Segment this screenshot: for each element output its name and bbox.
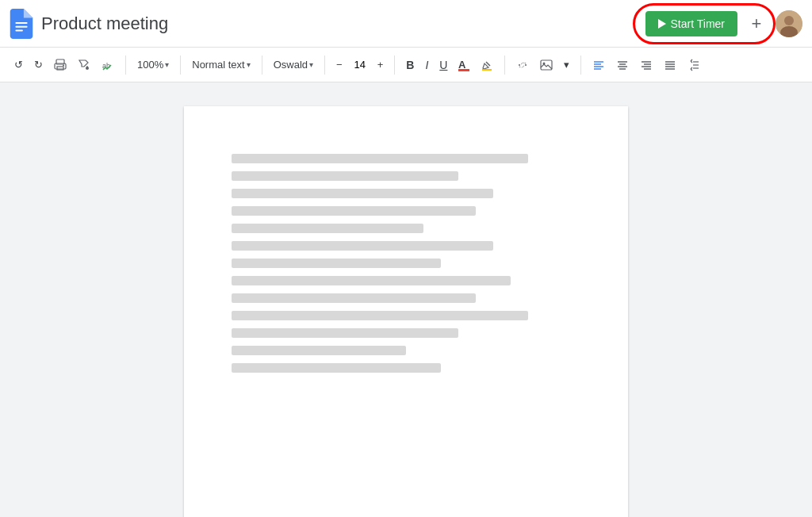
avatar-image (776, 10, 802, 37)
header-actions: Start Timer + (645, 10, 802, 37)
app-header: Product meeting Start Timer + (0, 0, 812, 48)
style-group: Normal text ▾ (187, 57, 255, 72)
align-left-icon (592, 59, 605, 71)
insert-link-button[interactable] (511, 56, 534, 75)
undo-button[interactable]: ↺ (10, 56, 28, 74)
svg-point-9 (63, 64, 64, 66)
style-arrow: ▾ (247, 60, 251, 69)
font-size-decrease-button[interactable]: − (331, 56, 347, 74)
timer-annotation: Start Timer (645, 11, 737, 36)
font-size-increase-button[interactable]: + (373, 56, 389, 74)
document-content (232, 154, 580, 373)
sep4 (324, 56, 325, 75)
zoom-value: 100% (137, 59, 163, 71)
font-color-icon: A (458, 59, 469, 71)
docs-icon (10, 9, 33, 39)
zoom-arrow: ▾ (165, 60, 169, 69)
doc-line (232, 311, 528, 320)
font-size-value[interactable]: 14 (349, 57, 371, 72)
font-color-button[interactable]: A (454, 56, 474, 75)
sep3 (262, 56, 262, 75)
bold-button[interactable]: B (401, 56, 419, 75)
svg-rect-13 (482, 69, 492, 71)
align-justify-icon (664, 59, 676, 71)
text-format-group: B I U A (401, 56, 498, 75)
start-timer-button[interactable]: Start Timer (645, 11, 737, 36)
image-icon (540, 59, 553, 71)
highlight-icon (481, 59, 493, 71)
add-button[interactable]: + (744, 11, 769, 36)
print-button[interactable] (49, 56, 71, 75)
paintformat-button[interactable] (73, 56, 95, 75)
sep1 (125, 56, 126, 75)
underline-button[interactable]: U (435, 56, 452, 75)
sep2 (180, 56, 181, 75)
text-style-selector[interactable]: Normal text ▾ (187, 57, 255, 72)
insert-group: ▾ (511, 56, 574, 75)
start-timer-label: Start Timer (671, 17, 725, 30)
doc-line (232, 258, 441, 268)
document-area[interactable] (0, 82, 812, 517)
svg-text:A: A (458, 59, 466, 71)
align-center-button[interactable] (611, 56, 634, 75)
doc-line (232, 241, 493, 251)
font-size-group: − 14 + (331, 56, 388, 74)
align-left-button[interactable] (588, 56, 610, 75)
svg-rect-1 (15, 25, 27, 27)
doc-line (232, 276, 511, 285)
insert-image-button[interactable] (535, 56, 557, 75)
sep7 (580, 56, 581, 75)
doc-line (232, 154, 528, 163)
font-group: Oswald ▾ (269, 57, 318, 72)
doc-line (232, 224, 423, 233)
alignment-group (588, 56, 705, 75)
line-spacing-button[interactable] (683, 56, 705, 75)
sep6 (504, 56, 505, 75)
doc-line (232, 206, 476, 216)
highlight-button[interactable] (476, 56, 498, 75)
insert-more-button[interactable]: ▾ (559, 56, 574, 74)
svg-point-4 (784, 16, 794, 25)
svg-rect-8 (57, 67, 63, 70)
doc-line (232, 189, 493, 198)
align-right-button[interactable] (635, 56, 657, 75)
svg-rect-0 (15, 22, 27, 24)
play-icon (658, 19, 666, 29)
doc-line (232, 346, 406, 355)
document-title[interactable]: Product meeting (41, 13, 645, 34)
doc-line (232, 293, 476, 303)
svg-rect-12 (458, 69, 469, 71)
line-spacing-icon (688, 59, 700, 71)
align-center-icon (616, 59, 629, 71)
spellcheck-icon: ab (102, 59, 114, 71)
font-arrow: ▾ (309, 60, 313, 69)
history-group: ↺ ↻ ab (10, 56, 119, 75)
svg-rect-14 (541, 60, 552, 70)
print-icon (54, 59, 67, 71)
spellcheck-button[interactable]: ab (97, 56, 119, 75)
doc-line (232, 363, 441, 373)
text-style-value: Normal text (192, 59, 244, 71)
document-page[interactable] (184, 106, 628, 517)
italic-button[interactable]: I (420, 56, 433, 75)
doc-line (232, 328, 458, 338)
font-value: Oswald (274, 59, 308, 71)
svg-rect-2 (15, 29, 23, 31)
formatting-toolbar: ↺ ↻ ab 100% ▾ Normal text ▾ Oswald ▾ (0, 48, 812, 82)
align-right-icon (640, 59, 653, 71)
zoom-group: 100% ▾ (132, 57, 174, 72)
redo-button[interactable]: ↻ (29, 56, 48, 74)
font-selector[interactable]: Oswald ▾ (269, 57, 318, 72)
more-icon: ▾ (564, 59, 569, 71)
align-justify-button[interactable] (659, 56, 681, 75)
link-icon (516, 59, 529, 71)
doc-line (232, 171, 458, 181)
sep5 (394, 56, 395, 75)
user-avatar[interactable] (776, 10, 802, 37)
paintformat-icon (78, 59, 90, 71)
zoom-selector[interactable]: 100% ▾ (132, 57, 174, 72)
